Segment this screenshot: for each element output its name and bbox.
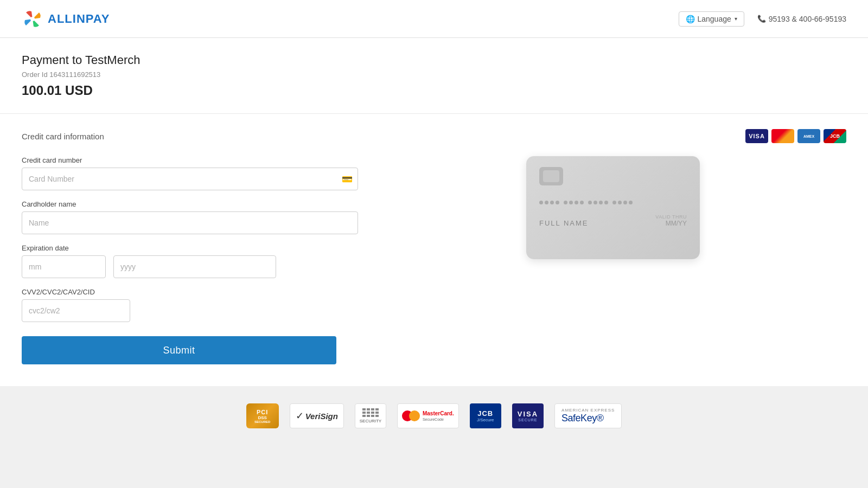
jcb-text: JCB [477,409,493,418]
phone-number: 95193 & 400-66-95193 [769,15,846,23]
mc-circles [402,410,420,421]
chevron-down-icon: ▾ [735,16,737,22]
card-dot [629,201,633,204]
pci-secured-text: SECURED [254,420,270,423]
visa-secure-inner: VISA SECURE [512,403,544,428]
sec-dot [375,415,379,417]
amex-safekey-badge: AMERICAN EXPRESS SafeKey® [554,402,622,429]
svg-point-0 [30,17,35,21]
amex-badge: AMEX [797,129,820,143]
expiry-year-input[interactable] [113,255,276,278]
visa-badge: VISA [745,129,768,143]
verisign-badge: ✓ VeriSign [290,402,344,429]
language-button[interactable]: 🌐 Language ▾ [679,11,744,27]
cardholder-name-group: Cardholder name [22,200,358,234]
dot-group-1 [539,201,559,204]
sec-dot [362,412,366,414]
card-number-group: Credit card number 💳 [22,156,358,190]
card-dot [618,201,622,204]
verisign-badge-inner: ✓ VeriSign [290,403,344,428]
order-section: Payment to TestMerch Order Id 1643111692… [0,38,868,114]
sec-dot [371,415,374,417]
pci-dss-badge: PCI DSS SECURED [246,402,279,429]
verisign-text: VeriSign [305,412,338,421]
order-amount: 100.01 USD [22,83,846,98]
card-dot [556,201,559,204]
card-number-input[interactable] [22,168,358,190]
safekey-text: SafeKey® [561,413,615,424]
amex-safekey-inner: AMERICAN EXPRESS SafeKey® [554,403,622,428]
globe-icon: 🌐 [686,15,695,23]
visa-text: VISA [518,410,538,418]
order-id: Order Id 1643111692513 [22,70,846,79]
dot-group-2 [564,201,584,204]
sec-dot [375,408,379,410]
card-visual-area: FULL NAME VALID THRU MM/YY [380,156,846,259]
pci-badge-inner: PCI DSS SECURED [246,403,279,428]
cvv-group: CVV2/CVC2/CAV2/CID [22,288,358,322]
cardholder-label: Cardholder name [22,200,358,208]
card-dot [569,201,573,204]
card-dot [550,201,554,204]
cardholder-name-input[interactable] [22,211,358,234]
phone-icon: 📞 [757,15,766,23]
card-dot [604,201,608,204]
jsecure-text: J/Secure [477,418,494,422]
sec-dot [367,408,370,410]
mc-yellow-circle [409,410,420,421]
card-expiry-value: MM/YY [655,220,687,227]
jcb-secure-inner: JCB J/Secure [470,403,501,428]
security-text: SECURITY [360,419,381,423]
credit-card-icon: 💳 [342,174,353,184]
mc-secure-inner: MasterCard. SecureCode [397,403,459,428]
mc-securecode-text: SecureCode [423,417,454,422]
cvv-input[interactable] [22,299,130,322]
card-dot [612,201,616,204]
dot-group-4 [612,201,633,204]
card-number-dots [539,201,687,204]
expiry-month-input[interactable] [22,255,106,278]
security-dots [362,408,379,417]
header: ALLINPAY 🌐 Language ▾ 📞 95193 & 400-66-9… [0,0,868,38]
verisign-check-icon: ✓ [296,410,304,422]
card-number-wrapper: 💳 [22,168,358,190]
order-id-value: 1643111692513 [49,70,100,79]
credit-card-visual: FULL NAME VALID THRU MM/YY [526,156,700,259]
footer: PCI DSS SECURED ✓ VeriSign [0,386,868,446]
card-dot [580,201,584,204]
sec-dot [367,412,370,414]
logo-icon [22,8,43,30]
form-card-layout: Credit card number 💳 Cardholder name Exp… [22,156,846,364]
sec-dot [362,415,366,417]
card-dot [564,201,567,204]
dot-group-3 [588,201,608,204]
sec-dot [371,408,374,410]
expiry-label: Expiration date [22,244,358,252]
sec-dot [362,408,366,410]
mastercard-securecode-badge: MasterCard. SecureCode [397,402,459,429]
phone-info: 📞 95193 & 400-66-95193 [757,15,846,23]
mc-text: MasterCard. SecureCode [423,410,454,422]
card-expiry-label: VALID THRU [655,214,687,220]
security-badge-inner: SECURITY [355,403,386,428]
logo-text: ALLINPAY [48,12,110,26]
card-bottom: FULL NAME VALID THRU MM/YY [539,214,687,227]
header-right: 🌐 Language ▾ 📞 95193 & 400-66-95193 [679,11,846,27]
card-dot [599,201,603,204]
card-icons: VISA AMEX JCB [745,129,846,143]
visa-secure-text: SECURE [518,418,537,422]
jcb-jsecure-badge: JCB J/Secure [470,402,501,429]
form-area: Credit card number 💳 Cardholder name Exp… [22,156,358,364]
submit-button[interactable]: Submit [22,336,336,364]
security-badge: SECURITY [355,402,386,429]
language-label: Language [697,15,731,23]
section-header: Credit card information VISA AMEX JCB [22,129,846,143]
card-dot [539,201,543,204]
jcb-badge: JCB [824,129,846,143]
card-number-label: Credit card number [22,156,358,164]
card-dot [593,201,597,204]
sec-dot [371,412,374,414]
card-holder-name: FULL NAME [539,219,588,227]
expiry-date-group: Expiration date [22,244,358,278]
card-chip-inner [543,170,559,182]
